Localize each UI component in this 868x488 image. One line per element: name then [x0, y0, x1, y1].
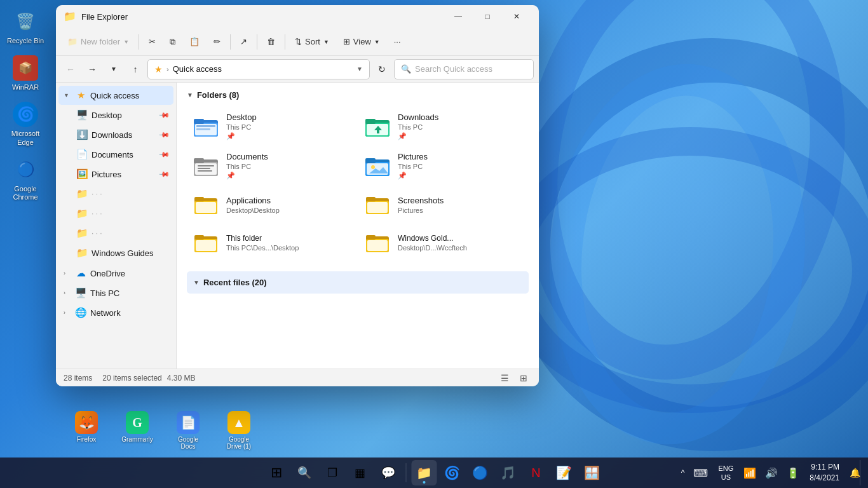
folders-grid: Desktop This PC 📌: [187, 107, 529, 261]
sidebar-item-extra1[interactable]: 📁 · · ·: [58, 184, 173, 203]
refresh-button[interactable]: ↻: [372, 60, 391, 79]
pictures-pin-icon: 📌: [158, 168, 170, 180]
search-box[interactable]: 🔍 Search Quick access: [394, 59, 534, 79]
svg-rect-17: [198, 170, 212, 172]
taskbar-file-explorer[interactable]: 📁: [412, 460, 437, 485]
bottom-icon-grammarly[interactable]: G Grammarly: [117, 409, 158, 452]
extra2-nav-icon: 📁: [76, 208, 88, 219]
sidebar-item-documents[interactable]: 📄 Documents 📌: [58, 145, 173, 164]
task-view-button[interactable]: ❐: [320, 460, 345, 485]
quick-access-star-icon: ★: [154, 64, 163, 74]
sidebar-item-extra2[interactable]: 📁 · · ·: [58, 204, 173, 223]
desktop-icon-google-chrome[interactable]: 🔵 Google Chrome: [3, 154, 48, 204]
desktop-folder-icon: [193, 113, 220, 140]
battery-icon[interactable]: 🔋: [784, 464, 802, 482]
desktop-icon-winrar[interactable]: 📦 WinRAR: [3, 53, 48, 94]
taskbar-word[interactable]: 📝: [552, 460, 577, 485]
back-button[interactable]: ←: [61, 60, 80, 79]
rename-button[interactable]: ✏: [207, 31, 227, 53]
google-docs-label: Google Docs: [170, 436, 206, 450]
network-icon[interactable]: 📶: [741, 464, 759, 482]
touch-keyboard-button[interactable]: ⌨: [691, 464, 710, 482]
downloads-pin-icon: 📌: [158, 128, 170, 140]
bottom-icon-google-drive[interactable]: ▲ Google Drive (1): [219, 409, 259, 452]
recent-locations-button[interactable]: ▼: [104, 60, 123, 79]
system-tray-expand[interactable]: ^: [679, 466, 688, 480]
sidebar-item-onedrive[interactable]: › ☁ OneDrive: [58, 264, 173, 283]
sidebar-item-quick-access[interactable]: ▼ ★ Quick access: [58, 86, 173, 105]
folder-item-applications[interactable]: Applications Desktop\Desktop: [187, 186, 357, 223]
firefox-icon: 🦊: [75, 411, 98, 434]
sidebar-item-extra3[interactable]: 📁 · · ·: [58, 224, 173, 243]
share-button[interactable]: ↗: [234, 31, 254, 53]
svg-rect-31: [367, 202, 388, 213]
new-folder-button[interactable]: 📁 New folder ▼: [61, 31, 135, 53]
list-view-button[interactable]: ☰: [497, 371, 512, 385]
onedrive-expand-icon: ›: [64, 270, 71, 276]
forward-button[interactable]: →: [83, 60, 102, 79]
folder-item-documents[interactable]: Documents This PC 📌: [187, 147, 357, 185]
more-button[interactable]: ···: [388, 31, 407, 53]
svg-rect-35: [196, 240, 216, 251]
desktop-folder-pin: 📌: [226, 132, 257, 140]
volume-icon[interactable]: 🔊: [763, 464, 780, 482]
this-folder-name: This folder: [226, 234, 299, 243]
cut-button[interactable]: ✂: [142, 31, 162, 53]
up-button[interactable]: ↑: [126, 60, 145, 79]
svg-rect-8: [365, 119, 376, 124]
folder-item-downloads[interactable]: Downloads This PC 📌: [358, 107, 529, 146]
sidebar-item-downloads[interactable]: ⬇️ Downloads 📌: [58, 125, 173, 144]
paste-button[interactable]: 📋: [183, 31, 206, 53]
sort-button[interactable]: ⇅ Sort ▼: [288, 31, 336, 53]
copy-button[interactable]: ⧉: [163, 31, 182, 53]
language-indicator[interactable]: ENGUS: [714, 463, 737, 484]
folders-section-header[interactable]: ▼ Folders (8): [187, 90, 529, 100]
status-bar-right: ☰ ⊞: [497, 371, 531, 385]
taskbar-ms-account[interactable]: 🪟: [580, 460, 605, 485]
chat-button[interactable]: 💬: [376, 460, 401, 485]
folder-item-screenshots[interactable]: Screenshots Pictures: [358, 186, 529, 223]
show-desktop-button[interactable]: [860, 460, 863, 485]
folder-item-desktop[interactable]: Desktop This PC 📌: [187, 107, 357, 146]
recent-files-section-label: Recent files (20): [203, 278, 267, 287]
folder-item-wccftech[interactable]: Windows Gold... Desktop\D...\Wccftech: [358, 224, 529, 261]
downloads-folder-name: Downloads: [398, 112, 438, 122]
google-drive-icon: ▲: [227, 411, 250, 434]
sidebar-item-network[interactable]: › 🌐 Network: [58, 303, 173, 322]
sidebar-item-desktop[interactable]: 🖥️ Desktop 📌: [58, 105, 173, 125]
taskbar-chrome[interactable]: 🔵: [468, 460, 493, 485]
search-taskbar-button[interactable]: 🔍: [292, 460, 317, 485]
widgets-button[interactable]: ▦: [348, 460, 373, 485]
window-controls: — □ ✕: [444, 6, 531, 27]
recent-files-section-header[interactable]: ▼ Recent files (20): [187, 271, 529, 294]
folder-item-this-folder[interactable]: This folder This PC\Des...\Desktop: [187, 224, 357, 261]
screenshots-folder-path: Pictures: [398, 207, 444, 214]
taskbar-clock[interactable]: 9:11 PM 8/4/2021: [806, 462, 843, 484]
svg-rect-27: [196, 202, 216, 213]
path-chevron: ›: [166, 65, 169, 73]
taskbar-edge[interactable]: 🌀: [440, 460, 465, 485]
desktop-icon-ms-edge[interactable]: 🌀 Microsoft Edge: [3, 99, 48, 149]
delete-button[interactable]: 🗑: [261, 31, 281, 53]
documents-folder-icon: [193, 152, 220, 179]
pictures-folder-path: This PC: [398, 163, 428, 170]
close-button[interactable]: ✕: [502, 6, 531, 27]
sidebar-item-this-pc[interactable]: › 🖥️ This PC: [58, 283, 173, 302]
address-box[interactable]: ★ › Quick access ▼: [147, 59, 370, 79]
start-button[interactable]: ⊞: [264, 460, 289, 485]
desktop-folder-path: This PC: [226, 123, 257, 131]
minimize-button[interactable]: —: [444, 6, 473, 27]
bottom-icon-google-docs[interactable]: 📄 Google Docs: [168, 409, 208, 452]
sidebar-item-pictures[interactable]: 🖼️ Pictures 📌: [58, 165, 173, 184]
maximize-button[interactable]: □: [473, 6, 502, 27]
view-button[interactable]: ⊞ View ▼: [337, 31, 386, 53]
grid-view-button[interactable]: ⊞: [516, 371, 531, 385]
folder-item-pictures[interactable]: Pictures This PC 📌: [358, 147, 529, 185]
desktop-icon-recycle-bin[interactable]: 🗑️ Recycle Bin: [3, 6, 48, 48]
sidebar-item-windows-guides[interactable]: 📁 Windows Guides: [58, 243, 173, 262]
extra3-nav-icon: 📁: [76, 227, 88, 239]
taskbar-spotify[interactable]: 🎵: [496, 460, 521, 485]
taskbar-netflix[interactable]: N: [524, 460, 549, 485]
bottom-icon-firefox[interactable]: 🦊 Firefox: [66, 409, 107, 452]
address-dropdown-icon: ▼: [356, 65, 363, 72]
